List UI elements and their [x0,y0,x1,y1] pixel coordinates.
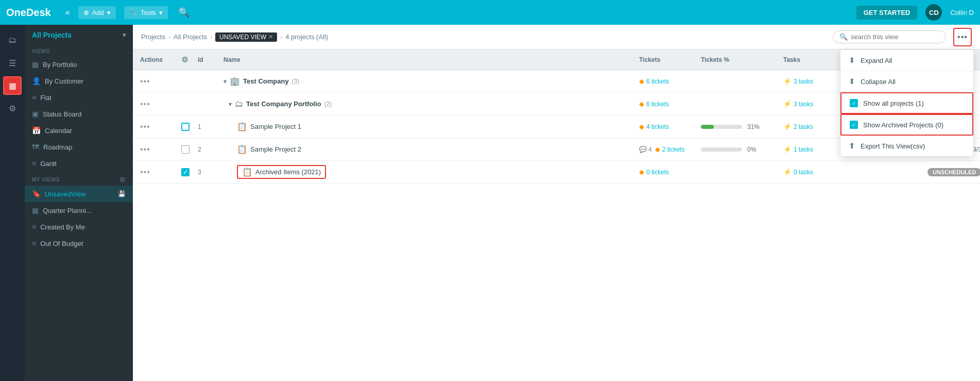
project-icon: 📋 [237,122,247,131]
sidebar-item-status-board[interactable]: ▣ Status Board [25,106,133,122]
tickets-link[interactable]: 6 tickets [646,78,669,85]
row-checkbox[interactable] [181,123,190,131]
search-input[interactable] [851,33,933,41]
dropdown-collapse-all[interactable]: ⬍ Collapse All [840,71,973,92]
chat-icon: 💬 [639,146,647,153]
sidebar-item-created-by-me[interactable]: ≡ Created By Me [25,219,133,235]
tasks-link[interactable]: 1 tasks [794,146,813,153]
sidebar-item-calendar[interactable]: 📅 Calendar [25,122,133,139]
nav-icon-settings[interactable]: ⚙ [3,99,22,118]
dropdown-expand-all[interactable]: ⬍ Expand All [840,50,973,71]
sidebar-item-gantt[interactable]: ≡ Gantt [25,155,133,172]
ticket-icon: ◆ [639,77,644,85]
status-board-icon: ▣ [32,110,39,118]
breadcrumb-tag-close[interactable]: ✕ [268,34,273,40]
row-tickets: ◆ 6 tickets [636,100,698,108]
tickets-link[interactable]: 0 tickets [646,169,669,176]
row-checkbox-cell: ✓ [178,168,195,176]
gantt-icon: ≡ [32,159,36,168]
sidebar-item-out-of-budget[interactable]: ≡ Out Of Budget [25,235,133,252]
row-name-text: Sample Project 2 [250,145,301,153]
ticket-icon: ◆ [639,168,644,176]
header-search-button[interactable]: 🔍 [178,7,190,18]
sidebar-item-quarter-planning[interactable]: ▦ Quarter Planni... [25,202,133,219]
get-started-button[interactable]: GET STARTED [856,6,918,20]
row-id: 3 [195,169,220,176]
company-icon: 🏢 [230,76,240,86]
tickets-progress-bar [701,125,742,129]
row-checkbox[interactable]: ✓ [181,168,190,176]
roadmap-icon: 🗺 [32,143,39,151]
my-views-settings-icon[interactable]: ⚙ [119,176,126,184]
tasks-link[interactable]: 3 tasks [794,101,813,108]
row-expand-icon[interactable]: ▾ [229,101,232,108]
dropdown-export-csv[interactable]: ⬆ Export This View(csv) [840,136,973,156]
tickets-link[interactable]: 6 tickets [646,101,669,108]
th-tickets: Tickets [636,56,698,63]
tasks-link[interactable]: 3 tasks [794,78,813,85]
user-name[interactable]: Collin D [950,9,974,16]
row-name: ▾ 🏢 Test Company (3) [220,76,636,86]
dropdown-show-archived[interactable]: ✓ Show Archived Projects (0) [840,114,973,136]
th-id: Id [195,56,220,63]
unsaved-view-icon: 🔖 [32,190,41,198]
sidebar-item-by-portfolio[interactable]: ▦ By Portfolio [25,56,133,73]
task-icon: ⚡ [783,168,792,176]
quarter-planning-icon: ▦ [32,206,39,214]
nav-icon-list[interactable]: ☰ [3,54,22,72]
task-icon: ⚡ [783,100,792,108]
tickets-link[interactable]: 4 tickets [646,123,669,130]
row-tickets: ◆ 6 tickets [636,77,698,85]
sidebar-item-flat[interactable]: ≡ Flat [25,89,133,106]
row-count: (3) [292,78,300,85]
show-archived-checkbox[interactable]: ✓ [850,121,858,129]
search-icon: 🔍 [839,33,848,41]
row-expand-icon[interactable]: ▾ [223,78,227,85]
row-dots-btn[interactable]: ••• [140,77,150,86]
user-avatar[interactable]: CD [925,4,942,21]
sidebar-item-by-customer[interactable]: 👤 By Customer [25,73,133,89]
row-life: UNSCHEDULED [924,168,976,176]
row-checkbox[interactable] [181,145,190,154]
sidebar-item-unsaved-view[interactable]: 🔖 UnsavedView 💾 [25,186,133,202]
nav-icon-board[interactable]: ▦ [3,76,22,95]
row-dots-btn[interactable]: ••• [140,145,150,154]
th-tasks: Tasks [780,56,842,63]
sidebar-item-roadmap[interactable]: 🗺 Roadmap [25,139,133,155]
row-dots-btn[interactable]: ••• [140,122,150,131]
ticket-icon: ◆ [639,123,644,130]
breadcrumb-tag-label: UNSAVED VIEW [219,34,266,41]
row-name-text: Test Company [243,77,289,85]
tickets-progress-fill [701,125,714,129]
tools-button[interactable]: 🔧 Tools ▾ [124,6,168,19]
add-button[interactable]: ⊕ Add ▾ [78,6,116,19]
th-gear[interactable]: ⚙ [178,55,195,64]
tasks-link[interactable]: 2 tasks [794,123,813,130]
row-checkbox-cell [178,123,195,131]
project-icon: 📋 [242,167,252,177]
row-actions: ••• [137,145,178,154]
row-dots-btn[interactable]: ••• [140,168,150,177]
breadcrumb-all-projects[interactable]: All Projects [174,33,207,41]
flat-icon: ≡ [32,93,36,102]
row-dots-btn[interactable]: ••• [140,100,150,109]
collapse-all-icon: ⬍ [849,77,855,86]
tickets-pct-text: 31% [747,123,760,130]
more-options-button[interactable]: ••• [953,28,972,46]
unsaved-view-save-icon[interactable]: 💾 [118,190,126,197]
sidebar-all-projects-header[interactable]: All Projects ▾ [25,25,133,44]
tasks-link[interactable]: 0 tasks [794,169,813,176]
breadcrumb-projects[interactable]: Projects [141,33,165,41]
nav-icon-projects[interactable]: 🗂 [3,31,22,49]
breadcrumb-sep-1: › [168,34,170,41]
row-name-text: Archived Items (2021) [255,168,321,176]
collapse-sidebar-btn[interactable]: « [65,8,70,17]
tickets-link[interactable]: 2 tickets [662,146,685,153]
dropdown-show-all-projects[interactable]: ✓ Show all projects (1) [840,92,973,114]
row-tickets-pct: 0% [698,146,780,153]
show-all-projects-checkbox[interactable]: ✓ [850,99,858,107]
task-icon: ⚡ [783,145,792,153]
row-name: 📋 Archived Items (2021) [220,165,636,179]
sidebar: All Projects ▾ VIEWS ▦ By Portfolio 👤 By… [25,25,133,381]
archived-row-box: 📋 Archived Items (2021) [237,165,326,179]
